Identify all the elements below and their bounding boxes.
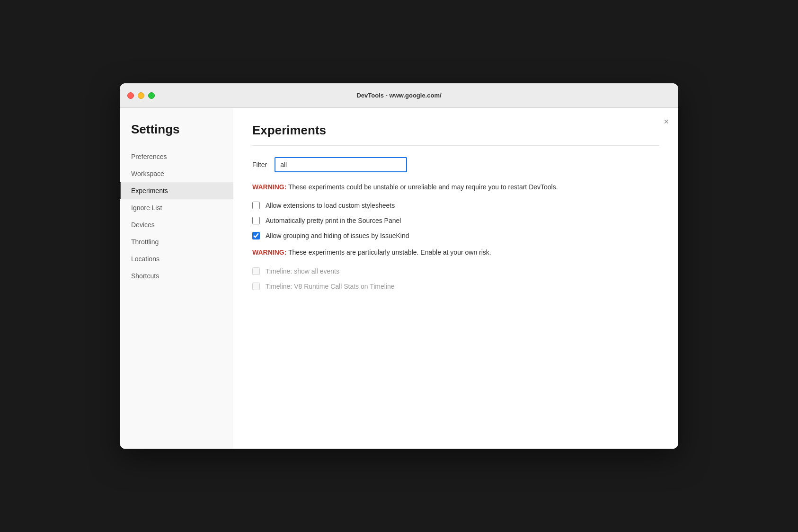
main-content: × Experiments Filter WARNING: These expe… bbox=[233, 108, 678, 449]
checkbox-timeline-v8-label[interactable]: Timeline: V8 Runtime Call Stats on Timel… bbox=[266, 283, 395, 290]
checkbox-timeline-events[interactable] bbox=[252, 267, 260, 275]
checkbox-extensions[interactable] bbox=[252, 202, 260, 209]
warning-block-1: WARNING: These experiments could be unst… bbox=[252, 182, 659, 192]
sidebar-item-devices[interactable]: Devices bbox=[120, 216, 233, 233]
titlebar-title: DevTools - www.google.com/ bbox=[356, 92, 441, 99]
sidebar-item-preferences[interactable]: Preferences bbox=[120, 148, 233, 165]
warning-label-2: WARNING: bbox=[252, 248, 286, 256]
filter-label: Filter bbox=[252, 161, 267, 168]
checkbox-timeline-events-label[interactable]: Timeline: show all events bbox=[266, 267, 339, 275]
devtools-window: DevTools - www.google.com/ Settings Pref… bbox=[120, 83, 678, 449]
checkbox-timeline-v8[interactable] bbox=[252, 283, 260, 290]
sidebar-heading: Settings bbox=[120, 122, 233, 148]
section-title: Experiments bbox=[252, 123, 659, 138]
checkbox-pretty-print[interactable] bbox=[252, 217, 260, 224]
checkbox-grouping-label[interactable]: Allow grouping and hiding of issues by I… bbox=[266, 232, 409, 239]
sidebar-item-throttling[interactable]: Throttling bbox=[120, 233, 233, 250]
sidebar-item-ignore-list[interactable]: Ignore List bbox=[120, 199, 233, 216]
sidebar-item-workspace[interactable]: Workspace bbox=[120, 165, 233, 182]
checkbox-item-1: Allow extensions to load custom styleshe… bbox=[252, 202, 659, 209]
window-content: Settings Preferences Workspace Experimen… bbox=[120, 108, 678, 449]
titlebar: DevTools - www.google.com/ bbox=[120, 83, 678, 108]
checkbox-extensions-label[interactable]: Allow extensions to load custom styleshe… bbox=[266, 202, 395, 209]
sidebar: Settings Preferences Workspace Experimen… bbox=[120, 108, 233, 449]
close-button[interactable]: × bbox=[664, 117, 669, 126]
checkbox-pretty-print-label[interactable]: Automatically pretty print in the Source… bbox=[266, 217, 401, 224]
minimize-traffic-light[interactable] bbox=[138, 92, 144, 99]
warning-label-1: WARNING: bbox=[252, 183, 286, 191]
checkbox-item-3: Allow grouping and hiding of issues by I… bbox=[252, 232, 659, 239]
sidebar-item-shortcuts[interactable]: Shortcuts bbox=[120, 267, 233, 284]
checkbox-item-2: Automatically pretty print in the Source… bbox=[252, 217, 659, 224]
close-traffic-light[interactable] bbox=[127, 92, 134, 99]
sidebar-item-locations[interactable]: Locations bbox=[120, 250, 233, 267]
warning-text-1: WARNING: These experiments could be unst… bbox=[252, 182, 659, 192]
sidebar-item-experiments[interactable]: Experiments bbox=[120, 182, 233, 199]
warning-text-2: WARNING: These experiments are particula… bbox=[252, 247, 659, 257]
warning-block-2: WARNING: These experiments are particula… bbox=[252, 247, 659, 257]
unstable-checkbox-item-2: Timeline: V8 Runtime Call Stats on Timel… bbox=[252, 283, 659, 290]
traffic-lights bbox=[127, 92, 155, 99]
maximize-traffic-light[interactable] bbox=[148, 92, 155, 99]
checkbox-grouping[interactable] bbox=[252, 232, 260, 239]
unstable-checkbox-item-1: Timeline: show all events bbox=[252, 267, 659, 275]
filter-row: Filter bbox=[252, 157, 659, 172]
filter-input[interactable] bbox=[275, 157, 407, 172]
section-divider bbox=[252, 145, 659, 146]
